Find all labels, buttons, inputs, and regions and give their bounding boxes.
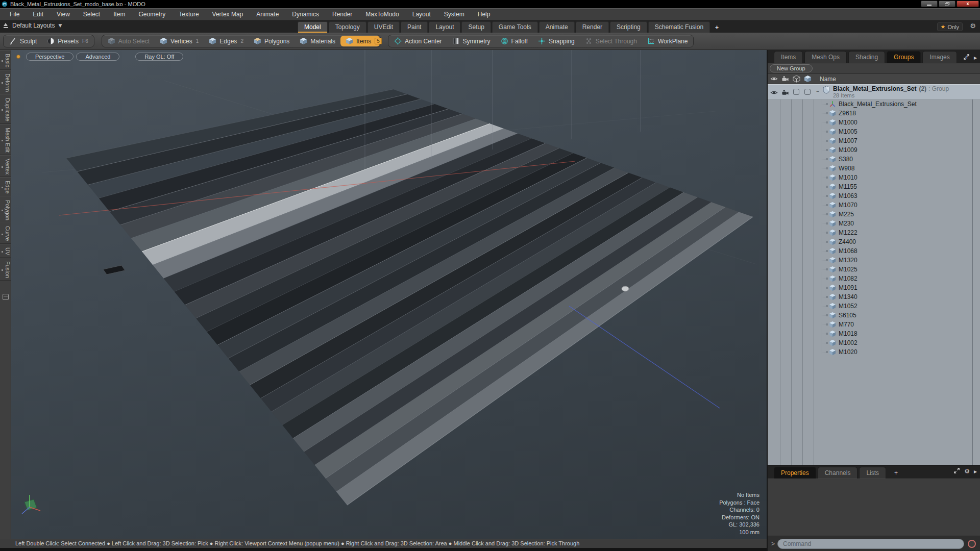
tab-properties[interactable]: Properties (774, 467, 816, 479)
tree-item-m1007[interactable]: M1007 (768, 136, 980, 145)
viewport-mode-perspective[interactable]: Perspective (26, 53, 74, 61)
menu-animate[interactable]: Animate (250, 9, 285, 20)
tree-item-m1340[interactable]: M1340 (768, 292, 980, 302)
tree-item-m1082[interactable]: M1082 (768, 274, 980, 283)
tabbar-gear-icon[interactable]: ⚙ (970, 22, 976, 30)
tree-item-m1010[interactable]: M1010 (768, 173, 980, 182)
tree-item-m1091[interactable]: M1091 (768, 283, 980, 292)
menu-edit[interactable]: Edit (26, 9, 50, 20)
tree-item-m225[interactable]: M225 (768, 210, 980, 219)
tree-item-m1068[interactable]: M1068 (768, 246, 980, 256)
tool-workplane[interactable]: WorkPlane (642, 36, 693, 46)
tree-item-s6105[interactable]: S6105 (768, 311, 980, 320)
tool-polygons[interactable]: Polygons (249, 36, 295, 46)
maximize-button-icon[interactable] (939, 1, 955, 7)
menu-help[interactable]: Help (471, 9, 497, 20)
group-checkbox-2[interactable] (804, 89, 811, 95)
tool-action-center[interactable]: Action Center (389, 36, 447, 46)
close-button-icon[interactable]: x (957, 1, 979, 7)
tool-sculpt[interactable]: Sculpt (4, 36, 42, 46)
tree-item-m1155[interactable]: M1155 (768, 182, 980, 191)
viewport-mode-ray-gl-off[interactable]: Ray GL: Off (135, 53, 183, 61)
left-tab-uv[interactable]: UV (0, 244, 11, 258)
tree-item-m1320[interactable]: M1320 (768, 256, 980, 265)
viewport-mode-advanced[interactable]: Advanced (76, 53, 119, 61)
tool-auto-select[interactable]: Auto Select (103, 36, 155, 46)
tree-item-z9618[interactable]: Z9618 (768, 109, 980, 118)
expand-panel-icon[interactable] (963, 53, 970, 62)
tree-item-z4400[interactable]: Z4400 (768, 237, 980, 246)
group-checkbox-1[interactable] (793, 89, 799, 95)
menu-system[interactable]: System (437, 9, 471, 20)
tab-mesh-ops[interactable]: Mesh Ops (804, 51, 847, 63)
tree-item-m1018[interactable]: M1018 (768, 329, 980, 338)
left-tab-basic[interactable]: Basic (0, 50, 11, 70)
lock-column-icon[interactable] (793, 75, 800, 83)
pan-icon[interactable] (690, 53, 697, 61)
tab-items[interactable]: Items (774, 51, 803, 63)
name-column-header[interactable]: Name (820, 76, 836, 83)
menu-texture[interactable]: Texture (172, 9, 205, 20)
left-tab-fusion[interactable]: Fusion (0, 258, 11, 281)
properties-gear-icon[interactable]: ⚙ (964, 468, 970, 474)
menu-item[interactable]: Item (107, 9, 132, 20)
left-tab-edge[interactable]: Edge (0, 177, 11, 196)
workspace-tab-paint[interactable]: Paint (401, 21, 428, 33)
palette-icon[interactable] (3, 294, 9, 300)
workspace-tab-uvedit[interactable]: UVEdit (368, 21, 400, 33)
menu-file[interactable]: File (3, 9, 26, 20)
zoom-icon[interactable] (716, 53, 724, 61)
render-column-icon[interactable] (781, 75, 789, 83)
menu-vertex-map[interactable]: Vertex Map (206, 9, 250, 20)
tool-symmetry[interactable]: Symmetry (447, 36, 496, 46)
workspace-tab-layout[interactable]: Layout (429, 21, 460, 33)
left-tab-mesh-edit[interactable]: Mesh Edit (0, 124, 11, 155)
tree-item-m230[interactable]: M230 (768, 219, 980, 228)
tree-item-m1009[interactable]: M1009 (768, 145, 980, 155)
left-tab-duplicate[interactable]: Duplicate (0, 94, 11, 124)
macro-record-icon[interactable] (968, 540, 976, 548)
menu-view[interactable]: View (50, 9, 77, 20)
tree-item-m1002[interactable]: M1002 (768, 338, 980, 347)
workspace-tab-render[interactable]: Render (576, 21, 609, 33)
default-layouts-menu[interactable]: Default Layouts ▼ (3, 22, 62, 29)
viewport-3d[interactable]: PerspectiveAdvancedRay GL: Off No ItemsP… (11, 50, 767, 539)
tree-item-locator[interactable]: Black_Metal_Extrusions_Set (768, 99, 980, 109)
tab-images[interactable]: Images (922, 51, 957, 63)
tree-item-m1025[interactable]: M1025 (768, 265, 980, 274)
tool-presets[interactable]: PresetsF6 (42, 36, 93, 46)
tool-materials[interactable]: Materials (295, 36, 340, 46)
tree-item-m1070[interactable]: M1070 (768, 201, 980, 210)
properties-more-icon[interactable]: ▸ (974, 468, 977, 474)
left-tab-vertex[interactable]: Vertex (0, 155, 11, 177)
menu-layout[interactable]: Layout (406, 9, 437, 20)
tool-edges[interactable]: Edges2 (204, 36, 249, 46)
select-column-icon[interactable] (804, 75, 812, 83)
viewport-more-icon[interactable] (756, 53, 764, 61)
tree-item-m1005[interactable]: M1005 (768, 127, 980, 136)
only-filter-button[interactable]: ★ Only (937, 22, 963, 31)
viewport-canvas[interactable] (11, 50, 767, 539)
eye-icon[interactable] (770, 89, 778, 96)
panel-more-icon[interactable]: ▸ (974, 55, 977, 61)
menu-render[interactable]: Render (326, 9, 359, 20)
expand-properties-icon[interactable] (953, 467, 960, 476)
tool-snapping[interactable]: Snapping (533, 36, 580, 46)
tab-add-bottom[interactable]: + (888, 467, 904, 479)
tree-item-m1063[interactable]: M1063 (768, 191, 980, 201)
tree-item-m770[interactable]: M770 (768, 320, 980, 329)
tree-item-m1222[interactable]: M1222 (768, 228, 980, 237)
tab-lists[interactable]: Lists (859, 467, 886, 479)
tool-items[interactable]: Items5 (340, 36, 380, 46)
collapse-icon[interactable]: – (816, 88, 819, 95)
command-input[interactable] (777, 539, 964, 549)
menu-geometry[interactable]: Geometry (132, 9, 173, 20)
workspace-tab-topology[interactable]: Topology (329, 21, 366, 33)
workspace-tab-model[interactable]: Model (298, 21, 328, 33)
menu-select[interactable]: Select (77, 9, 107, 20)
workspace-tab-schematic-fusion[interactable]: Schematic Fusion (648, 21, 710, 33)
tool-select-through[interactable]: Select Through (580, 36, 642, 46)
viewport-settings-icon[interactable] (743, 53, 750, 61)
tab-shading[interactable]: Shading (848, 51, 885, 63)
menu-dynamics[interactable]: Dynamics (285, 9, 326, 20)
